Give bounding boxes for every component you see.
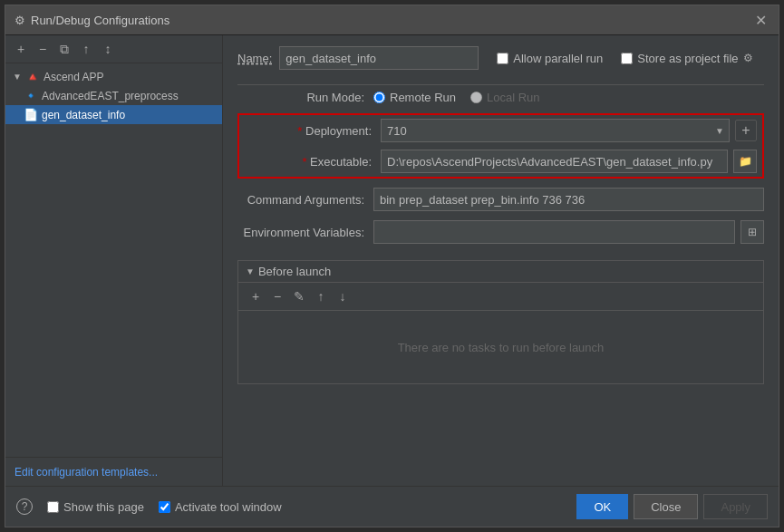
executable-input[interactable] <box>381 150 728 173</box>
env-vars-input[interactable] <box>373 220 735 244</box>
command-args-input[interactable] <box>373 188 764 211</box>
bottom-left: ? Show this page Activate tool window <box>16 498 282 515</box>
before-launch-label: Before launch <box>258 265 331 278</box>
remote-run-radio[interactable] <box>373 92 385 103</box>
env-vars-button[interactable]: ⊞ <box>740 220 764 244</box>
chevron-down-icon: ▼ <box>13 72 22 82</box>
executable-label: Executable: <box>245 155 381 169</box>
tree-item-child2[interactable]: 📄 gen_dataset_info <box>5 105 222 124</box>
local-run-label[interactable]: Local Run <box>470 91 540 104</box>
env-vars-row: Environment Variables: ⊞ <box>237 220 764 244</box>
before-launch-up-button[interactable]: ↑ <box>311 286 331 306</box>
before-launch-add-button[interactable]: + <box>246 286 266 306</box>
browse-button[interactable]: 📁 <box>733 150 757 173</box>
run-debug-dialog: ⚙ Run/Debug Configurations ✕ + − ⧉ ↑ ↕ ▼… <box>5 5 779 527</box>
before-launch-header: ▼ Before launch <box>238 261 763 283</box>
show-page-label[interactable]: Show this page <box>47 500 144 514</box>
dialog-content: + − ⧉ ↑ ↕ ▼ 🔺 Ascend APP 🔹 AdvancedEAST_… <box>5 35 779 486</box>
chevron-down-icon: ▼ <box>246 266 255 276</box>
executable-control: 📁 <box>381 150 757 173</box>
before-launch-body: There are no tasks to run before launch <box>238 311 763 383</box>
before-launch-down-button[interactable]: ↓ <box>333 286 353 306</box>
before-launch-edit-button[interactable]: ✎ <box>289 286 309 306</box>
remote-run-label[interactable]: Remote Run <box>373 91 456 104</box>
executable-row: Executable: 📁 <box>245 150 757 173</box>
script-icon: 🔹 <box>24 89 38 102</box>
config-tree: ▼ 🔺 Ascend APP 🔹 AdvancedEAST_preprocess… <box>5 63 222 457</box>
edit-templates-link[interactable]: Edit configuration templates... <box>15 466 158 479</box>
remove-config-button[interactable]: − <box>33 39 53 59</box>
tree-item-child1[interactable]: 🔹 AdvancedEAST_preprocess <box>5 86 222 105</box>
left-toolbar: + − ⧉ ↑ ↕ <box>5 35 222 63</box>
dialog-title: Run/Debug Configurations <box>31 14 169 27</box>
command-args-control <box>373 188 764 211</box>
env-vars-label: Environment Variables: <box>237 226 373 239</box>
sort-config-button[interactable]: ↕ <box>98 39 118 59</box>
name-input[interactable] <box>279 46 479 70</box>
deployment-row: Deployment: 710 ▼ + <box>245 119 757 142</box>
right-panel: Name: Allow parallel run Store as projec… <box>223 35 779 486</box>
before-launch-toolbar: + − ✎ ↑ ↓ <box>238 283 763 311</box>
no-tasks-label: There are no tasks to run before launch <box>398 341 605 354</box>
window-close-button[interactable]: ✕ <box>751 11 769 29</box>
store-as-project-checkbox[interactable] <box>621 53 633 64</box>
bottom-bar: ? Show this page Activate tool window OK… <box>5 486 779 527</box>
title-bar-left: ⚙ Run/Debug Configurations <box>15 14 169 27</box>
before-launch-remove-button[interactable]: − <box>267 286 287 306</box>
add-config-button[interactable]: + <box>11 39 31 59</box>
run-mode-label: Run Mode: <box>237 91 373 104</box>
run-mode-row: Run Mode: Remote Run Local Run <box>237 91 764 104</box>
left-panel: + − ⧉ ↑ ↕ ▼ 🔺 Ascend APP 🔹 AdvancedEAST_… <box>5 35 223 486</box>
before-launch-section: ▼ Before launch + − ✎ ↑ ↓ There are no t… <box>237 260 764 384</box>
add-deployment-button[interactable]: + <box>735 120 757 141</box>
divider1 <box>237 84 764 85</box>
activate-tool-checkbox[interactable] <box>159 501 170 513</box>
deployment-select-wrapper: 710 ▼ <box>381 119 730 142</box>
store-as-project-label[interactable]: Store as project file ⚙ <box>621 52 752 65</box>
local-run-radio[interactable] <box>470 92 482 103</box>
script-selected-icon: 📄 <box>24 108 38 121</box>
close-dialog-button[interactable]: Close <box>634 494 698 519</box>
ok-button[interactable]: OK <box>576 494 628 519</box>
tree-item-root[interactable]: ▼ 🔺 Ascend APP <box>5 67 222 86</box>
env-vars-control: ⊞ <box>373 220 764 244</box>
deployment-select[interactable]: 710 <box>381 119 730 142</box>
tree-child1-label: AdvancedEAST_preprocess <box>42 90 179 102</box>
dialog-icon: ⚙ <box>15 14 25 27</box>
apply-button: Apply <box>703 494 768 519</box>
deployment-label: Deployment: <box>245 124 381 138</box>
help-button[interactable]: ? <box>16 498 33 515</box>
copy-config-button[interactable]: ⧉ <box>54 39 74 59</box>
gear-icon: ⚙ <box>743 52 753 64</box>
tree-child2-label: gen_dataset_info <box>42 109 125 121</box>
command-args-row: Command Arguments: <box>237 188 764 211</box>
app-icon: 🔺 <box>25 70 40 83</box>
left-footer: Edit configuration templates... <box>5 457 222 486</box>
run-mode-group: Remote Run Local Run <box>373 91 764 104</box>
move-config-button[interactable]: ↑ <box>76 39 96 59</box>
activate-tool-label[interactable]: Activate tool window <box>159 500 282 514</box>
deployment-control: 710 ▼ + <box>381 119 757 142</box>
allow-parallel-checkbox[interactable] <box>497 53 508 64</box>
show-page-checkbox[interactable] <box>47 501 59 513</box>
title-bar: ⚙ Run/Debug Configurations ✕ <box>5 5 779 35</box>
name-label: Name: <box>237 52 272 65</box>
allow-parallel-label[interactable]: Allow parallel run <box>497 52 603 65</box>
name-row: Name: Allow parallel run Store as projec… <box>237 46 764 70</box>
bottom-right: OK Close Apply <box>576 494 768 519</box>
red-border-section: Deployment: 710 ▼ + Executable: <box>237 113 764 179</box>
name-section: Name: <box>237 46 479 70</box>
command-args-label: Command Arguments: <box>237 193 373 207</box>
tree-root-label: Ascend APP <box>44 71 104 83</box>
